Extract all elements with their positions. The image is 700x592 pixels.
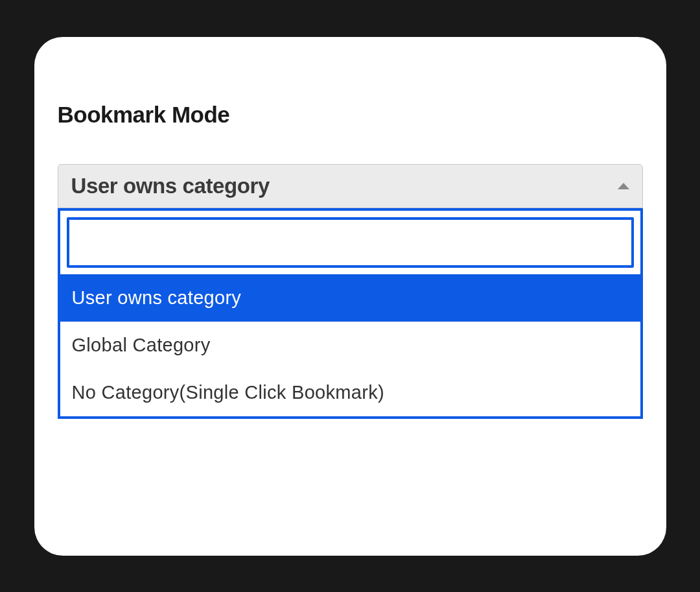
option-no-category[interactable]: No Category(Single Click Bookmark) <box>60 369 640 416</box>
option-label: No Category(Single Click Bookmark) <box>72 382 384 403</box>
dropdown-search-input[interactable] <box>67 217 634 268</box>
section-title: Bookmark Mode <box>58 102 643 128</box>
bookmark-mode-select: User owns category User owns category Gl… <box>58 164 643 419</box>
search-box-wrap <box>60 211 640 274</box>
option-global-category[interactable]: Global Category <box>60 322 640 369</box>
option-user-owns-category[interactable]: User owns category <box>60 274 640 322</box>
settings-card: Bookmark Mode User owns category User ow… <box>34 37 666 556</box>
select-trigger[interactable]: User owns category <box>58 164 643 208</box>
chevron-up-icon <box>618 183 629 189</box>
select-current-value: User owns category <box>71 174 270 198</box>
card-inner: Bookmark Mode User owns category User ow… <box>42 102 659 419</box>
dropdown-panel: User owns category Global Category No Ca… <box>58 208 643 419</box>
option-label: Global Category <box>72 335 211 355</box>
option-label: User owns category <box>72 287 242 308</box>
